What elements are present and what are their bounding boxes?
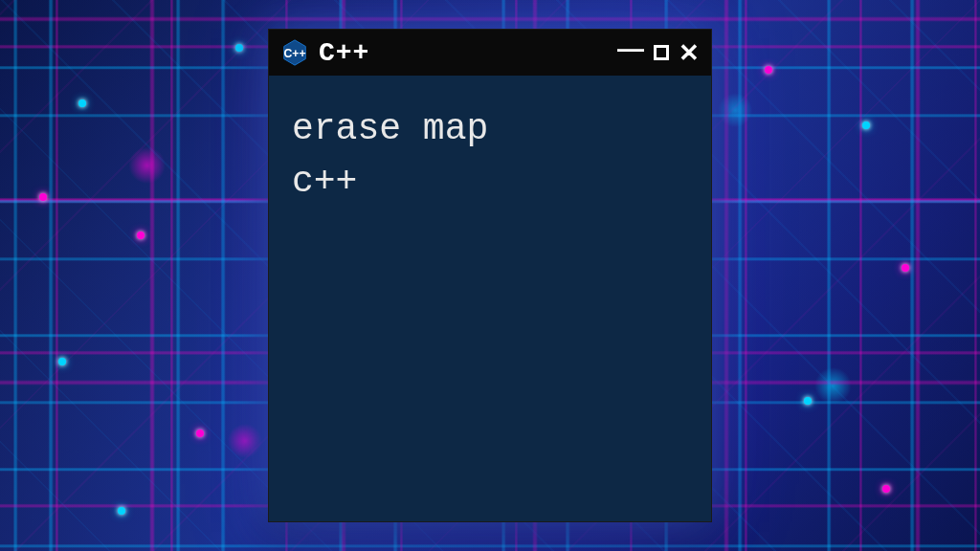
titlebar[interactable]: C++ C++ — ✕ — [269, 30, 711, 76]
maximize-button[interactable] — [654, 45, 669, 60]
window-controls: — ✕ — [617, 39, 700, 66]
terminal-window: C++ C++ — ✕ erase map c++ — [268, 29, 712, 522]
terminal-body[interactable]: erase map c++ — [269, 76, 711, 234]
terminal-line-1: erase map — [292, 102, 688, 155]
minimize-button[interactable]: — — [617, 35, 644, 62]
cpp-icon: C++ — [280, 38, 309, 67]
svg-text:C++: C++ — [283, 47, 305, 60]
close-button[interactable]: ✕ — [679, 40, 700, 65]
window-title: C++ — [319, 38, 608, 68]
terminal-line-2: c++ — [292, 155, 688, 208]
